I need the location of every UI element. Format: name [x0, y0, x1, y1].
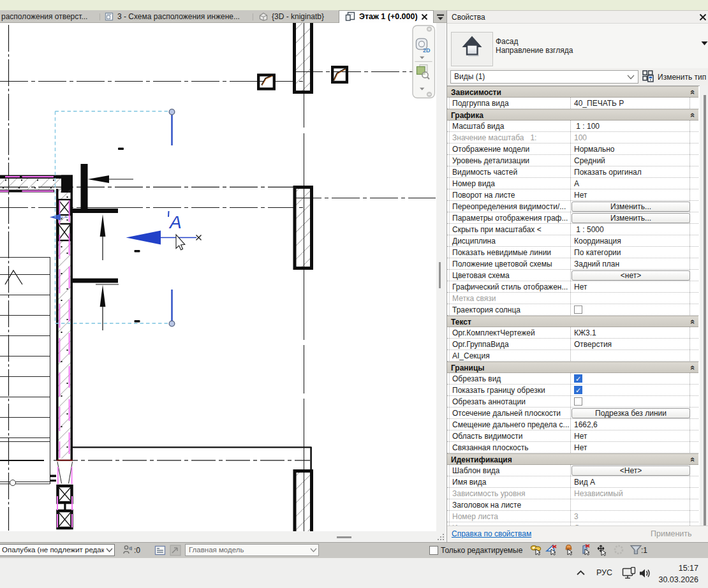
svg-text:A: A [168, 212, 182, 232]
svg-text:2D: 2D [423, 47, 431, 54]
